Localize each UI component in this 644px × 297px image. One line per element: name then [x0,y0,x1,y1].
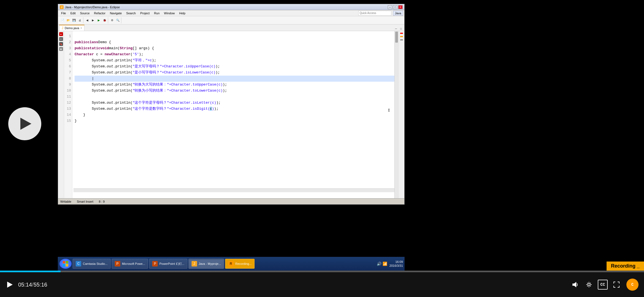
toolbar: 📄 📂 💾 🖨 ◀ ▶ ▶ 🐞 ⚙ 🔍 [58,16,404,24]
menu-refactor[interactable]: Refactor [92,11,108,15]
systray-icons: 🔊 📶 [377,262,387,266]
menu-search[interactable]: Search [124,11,138,15]
scroll-thumb[interactable] [395,32,398,43]
svg-rect-2 [63,264,65,266]
taskbar-java[interactable]: J Java - Myproje... [189,259,224,269]
menu-file[interactable]: File [59,11,68,15]
menu-source[interactable]: Source [78,11,92,15]
tb-back-btn[interactable]: ◀ [84,18,90,23]
ppt2-label: PowerPoint 幻灯... [159,262,184,266]
recording-badge: Recording _ [607,262,644,271]
camtasia-label: Camtasia Studio... [83,262,108,265]
vc-cc-button[interactable]: CC [598,280,608,290]
taskbar-powerpoint1[interactable]: P Microsoft Powe... [112,259,148,269]
tb-run-btn[interactable]: ▶ [96,18,102,23]
menu-run[interactable]: Run [152,11,162,15]
code-area[interactable]: 1 2 3 4 5 6 7 8 9 10 11 12 13 14 15 [64,31,398,198]
tab-controls: ─ □ [394,26,403,31]
horizontal-scrollbar[interactable] [73,188,394,192]
editor-layout: ● ≡ 🔖 ◉ 1 2 3 4 5 6 7 8 9 10 [58,31,404,198]
code-line-15: } [75,118,396,124]
svg-rect-3 [66,264,68,266]
cursor-indicator: I [388,108,390,112]
toolbar-file-group: 📄 📂 💾 🖨 [59,17,83,23]
video-controls: 05:14/55:16 CC [0,272,644,297]
menu-project[interactable]: Project [138,11,151,15]
close-button[interactable]: ✕ [398,5,403,9]
vc-settings-button[interactable] [584,280,594,290]
taskbar-camtasia[interactable]: C Camtasia Studio... [73,259,111,269]
code-line-1 [75,33,396,39]
menu-edit[interactable]: Edit [69,11,78,15]
java-file-icon: J [62,26,63,30]
tb-save-btn[interactable]: 💾 [71,18,77,23]
systray: 🔊 📶 16:09 2016/3/31 [377,260,403,268]
tb-new-btn[interactable]: 📄 [60,18,65,23]
error-marker [400,33,403,34]
breakpoint-icon[interactable]: ● [59,32,63,36]
toolbar-build-group: ⚙ 🔍 [109,17,121,23]
code-line-12: System.out.println("这个字符是字母吗？"+Character… [75,100,396,106]
vc-volume-button[interactable] [570,280,580,290]
status-position: 8 : 9 [99,200,105,203]
quick-access-input[interactable] [358,11,391,16]
task-clock: 16:09 2016/3/31 [389,260,403,268]
right-sidebar [398,31,404,198]
clock-date: 2016/3/31 [389,264,403,268]
menu-help[interactable]: Help [177,11,187,15]
taskbar-recording[interactable]: R Recording... [225,259,255,269]
clock-time: 16:09 [389,260,403,264]
bookmark-icon[interactable]: 🔖 [59,42,63,46]
tb-debug-btn[interactable]: 🐞 [102,18,107,23]
menu-navigate[interactable]: Navigate [108,11,124,15]
tb-build-btn[interactable]: ⚙ [109,18,115,23]
status-writable: Writable [60,200,71,203]
title-bar-controls: ─ □ ✕ [388,5,403,9]
svg-rect-4 [572,284,574,286]
svg-rect-1 [66,261,68,263]
title-bar-text: J Java - Myproject/src/Demo.java - Eclip… [60,5,120,9]
tab-max-btn[interactable]: □ [399,26,403,31]
tb-fwd-btn[interactable]: ▶ [90,18,96,23]
taskbar-powerpoint2[interactable]: P PowerPoint 幻灯... [149,259,187,269]
window-title: Java - Myproject/src/Demo.java - Eclipse [65,6,120,9]
tab-bar: J Demo.java × ─ □ [58,24,404,31]
vertical-scrollbar[interactable] [394,31,398,198]
tb-print-btn[interactable]: 🖨 [77,18,83,23]
maximize-button[interactable]: □ [393,5,397,9]
toolbar-nav-group: ◀ ▶ ▶ 🐞 [84,17,108,23]
vc-fullscreen-button[interactable] [612,280,621,290]
tb-search-btn[interactable]: 🔍 [115,18,121,23]
tab-close-btn[interactable]: × [81,27,82,29]
info-marker [400,39,403,40]
overview-icon[interactable]: ◉ [59,47,63,51]
ppt1-icon: P [115,261,120,266]
line-numbers: 1 2 3 4 5 6 7 8 9 10 11 12 13 14 15 [64,31,72,198]
java-icon: J [192,261,197,266]
warning-marker [400,36,403,37]
code-line-4: Character c = new Character('5'); [75,51,396,57]
left-sidebar: ● ≡ 🔖 ◉ [58,31,64,198]
fullscreen-icon [613,281,620,288]
task-icon[interactable]: ≡ [59,37,63,41]
start-button[interactable] [59,259,72,269]
vc-current-time: 05:14/55:16 [18,282,47,288]
code-line-8: | [75,76,396,82]
vc-play-button[interactable] [6,280,14,289]
code-editor[interactable]: public class Demo { public static void m… [73,31,398,198]
tb-open-btn[interactable]: 📂 [66,18,71,23]
menu-window[interactable]: Window [162,11,177,15]
perspective-java[interactable]: Java [393,11,403,16]
tab-min-btn[interactable]: ─ [394,26,398,31]
tab-label: Demo.java [65,26,79,30]
title-bar: J Java - Myproject/src/Demo.java - Eclip… [58,4,404,10]
code-line-7: System.out.println("是小写字母吗？"+Character.i… [75,70,396,76]
code-line-2: public class Demo { [75,39,396,45]
menu-bar: File Edit Source Refactor Navigate Searc… [58,10,404,16]
tab-demo-java[interactable]: J Demo.java × [59,25,84,31]
code-line-13: System.out.println("这个字符是数字吗？"+Character… [75,106,396,112]
java-label: Java - Myproje... [199,262,221,265]
minimize-button[interactable]: ─ [388,5,392,9]
code-line-3: public static void main(String[] args) { [75,45,396,51]
play-button-overlay[interactable] [8,107,41,140]
